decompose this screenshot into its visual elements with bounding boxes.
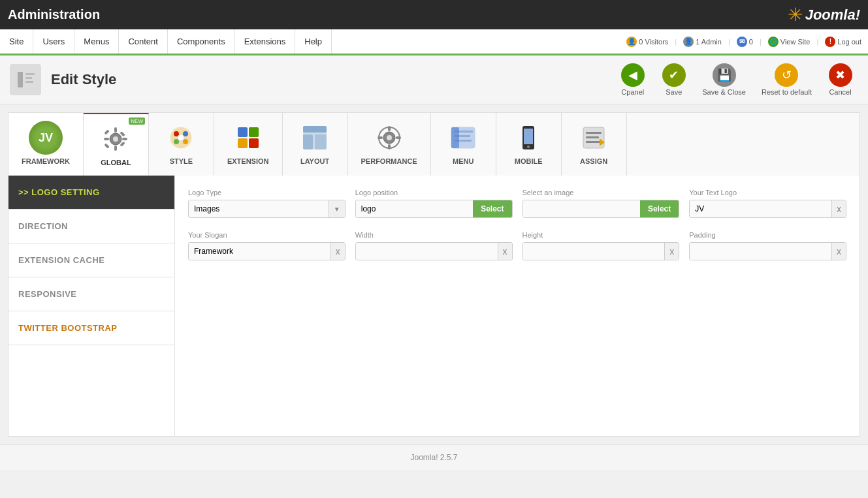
tab-assign[interactable]: ASSIGN [562, 113, 627, 176]
nav-item-users[interactable]: Users [33, 29, 74, 54]
height-input[interactable] [523, 243, 665, 260]
sidebar-item-direction[interactable]: DIRECTION [8, 210, 174, 243]
extension-tab-icon [231, 121, 265, 155]
nav-item-site[interactable]: Site [0, 29, 33, 54]
svg-rect-47 [586, 141, 600, 143]
svg-rect-33 [388, 144, 391, 149]
svg-rect-39 [455, 135, 470, 137]
logo-type-label: Logo Type [188, 189, 346, 196]
mobile-tab-icon [511, 121, 545, 155]
text-logo-group: Your Text Logo x [689, 189, 846, 218]
nav-item-extensions[interactable]: Extensions [235, 29, 296, 54]
navbar: Site Users Menus Content Components Exte… [0, 29, 868, 55]
svg-rect-3 [25, 77, 32, 79]
tab-global[interactable]: NEW GLOBAL [84, 113, 149, 176]
svg-point-6 [113, 136, 118, 142]
topbar: Administration ✳ Joomla! [0, 0, 868, 29]
tab-performance[interactable]: PERFORMANCE [348, 113, 431, 176]
tab-menu[interactable]: MENU [431, 113, 496, 176]
menu-tab-icon [446, 121, 480, 155]
toolbar-icon [10, 64, 41, 95]
select-image-select-button[interactable]: Select [640, 200, 679, 217]
nav-item-components[interactable]: Components [168, 29, 235, 54]
messages-indicator[interactable]: ✉ 0 [737, 37, 753, 47]
sidebar-item-twitter-bootstrap[interactable]: TWITTER BOOTSTRAP [8, 311, 174, 345]
toolbar-buttons: ◀ Cpanel ✔ Save 💾 Save & Close ↺ Reset t… [615, 61, 858, 99]
layout-tab-icon [298, 121, 332, 155]
svg-rect-24 [249, 138, 259, 148]
main-content: JV FRAMEWORK NEW G [0, 104, 868, 444]
text-logo-clear-button[interactable]: x [831, 200, 846, 217]
tab-framework[interactable]: JV FRAMEWORK [8, 113, 84, 176]
sidebar-item-responsive[interactable]: RESPONSIVE [8, 277, 174, 311]
tab-mobile[interactable]: MOBILE [496, 113, 562, 176]
sidebar-item-logo-setting[interactable]: LOGO SETTING [8, 176, 174, 210]
logo-type-select[interactable]: Images Text None [189, 200, 329, 217]
footer-text: Joomla! 2.5.7 [410, 453, 457, 462]
cancel-button[interactable]: ✖ Cancel [822, 61, 858, 99]
jv-logo: JV [29, 121, 63, 155]
save-close-button[interactable]: 💾 Save & Close [697, 61, 751, 99]
tab-layout[interactable]: LAYOUT [283, 113, 348, 176]
svg-rect-2 [25, 73, 35, 75]
text-logo-label: Your Text Logo [689, 189, 846, 196]
tab-style[interactable]: STYLE [149, 113, 214, 176]
view-site-label: View Site [780, 38, 811, 46]
panel-content: Logo Type Images Text None ▼ Logo positi… [175, 176, 860, 436]
padding-clear-button[interactable]: x [831, 243, 846, 260]
tab-global-label: GLOBAL [101, 159, 131, 166]
tab-bar: JV FRAMEWORK NEW G [8, 112, 860, 176]
svg-rect-22 [249, 127, 259, 137]
logo-position-group: Logo position Select [355, 189, 513, 218]
view-site-link[interactable]: 🌐 View Site [768, 37, 811, 47]
svg-rect-38 [455, 131, 473, 132]
nav-item-help[interactable]: Help [295, 29, 332, 54]
cpanel-label: Cpanel [621, 88, 644, 96]
logo-type-group: Logo Type Images Text None ▼ [188, 189, 346, 218]
logout-link[interactable]: ! Log out [825, 37, 861, 47]
padding-input[interactable] [690, 243, 831, 260]
cpanel-button[interactable]: ◀ Cpanel [615, 61, 651, 99]
slogan-clear-button[interactable]: x [330, 243, 345, 260]
width-clear-button[interactable]: x [498, 243, 512, 260]
svg-rect-28 [315, 134, 327, 149]
slogan-input[interactable] [189, 243, 330, 260]
visitors-icon: 👤 [626, 37, 637, 47]
tab-extension[interactable]: EXTENSION [214, 113, 283, 176]
messages-icon: ✉ [737, 37, 747, 47]
cancel-label: Cancel [829, 88, 851, 96]
logo-position-select-button[interactable]: Select [473, 200, 511, 217]
performance-icon [376, 124, 403, 151]
sidebar-item-extension-cache[interactable]: EXTENSION CACHE [8, 243, 174, 277]
select-image-input[interactable] [523, 200, 640, 217]
save-button[interactable]: ✔ Save [656, 61, 692, 99]
separator3: | [760, 38, 762, 46]
height-group: Height x [522, 231, 680, 260]
logo-position-input[interactable] [356, 200, 473, 217]
height-clear-button[interactable]: x [664, 243, 679, 260]
text-logo-input[interactable] [690, 200, 831, 217]
admin-count: 1 Admin [696, 38, 722, 46]
joomla-text: Joomla! [805, 7, 860, 23]
svg-rect-32 [388, 126, 391, 131]
cancel-icon: ✖ [829, 63, 852, 87]
svg-rect-42 [524, 129, 533, 144]
assign-tab-icon [577, 121, 611, 155]
width-input[interactable] [356, 243, 498, 260]
extension-cache-label: EXTENSION CACHE [18, 255, 104, 265]
nav-item-menus[interactable]: Menus [74, 29, 119, 54]
performance-tab-icon [372, 121, 406, 155]
reset-default-button[interactable]: ↺ Reset to default [756, 61, 817, 99]
visitors-count: 0 Visitors [639, 38, 668, 46]
nav-left: Site Users Menus Content Components Exte… [0, 29, 332, 54]
mobile-icon [515, 124, 542, 151]
framework-tab-icon: JV [29, 121, 63, 155]
height-label: Height [522, 231, 680, 239]
gear-icon [102, 125, 129, 153]
nav-item-content[interactable]: Content [119, 29, 168, 54]
svg-rect-7 [114, 127, 117, 132]
save-close-label: Save & Close [702, 88, 746, 96]
tab-framework-label: FRAMEWORK [22, 157, 70, 165]
visitors-indicator: 👤 0 Visitors [626, 37, 668, 47]
svg-rect-34 [378, 136, 383, 139]
